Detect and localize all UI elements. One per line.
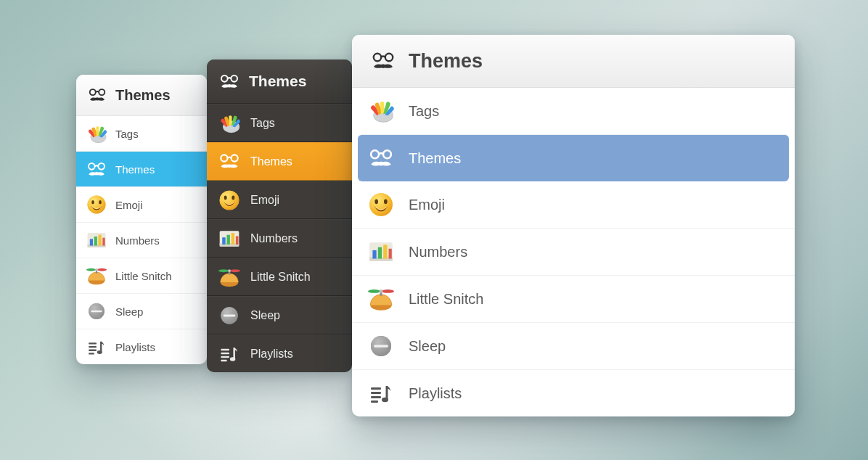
- list-item-emoji[interactable]: Emoji: [352, 181, 795, 228]
- chevron-right-icon: [773, 152, 782, 165]
- emoji-icon: [217, 188, 242, 213]
- littlesnitch-icon: [367, 284, 396, 313]
- list-item-numbers[interactable]: Numbers: [207, 219, 352, 258]
- item-label: Tags: [409, 103, 439, 120]
- list-item-numbers[interactable]: Numbers: [352, 228, 795, 275]
- item-label: Playlists: [250, 348, 293, 361]
- panel-title: Themes: [115, 87, 171, 104]
- item-label: Sleep: [409, 338, 446, 355]
- list-item-themes[interactable]: Themes: [207, 142, 352, 181]
- themes-icon: [86, 84, 108, 106]
- item-label: Tags: [115, 128, 139, 140]
- list-item-sleep[interactable]: Sleep: [207, 296, 352, 334]
- littlesnitch-icon: [217, 265, 242, 289]
- themes-panel-dark: Themes Tags Themes Emoji Numbers Little …: [207, 59, 352, 372]
- panel-title: Themes: [249, 73, 306, 90]
- item-label: Themes: [409, 150, 461, 167]
- sleep-icon: [85, 300, 108, 323]
- item-label: Sleep: [115, 305, 143, 318]
- emoji-icon: [85, 193, 108, 216]
- item-label: Little Snitch: [409, 291, 483, 308]
- chevron-right-icon: [773, 340, 782, 353]
- list-item-emoji[interactable]: Emoji: [207, 181, 352, 219]
- item-label: Sleep: [250, 309, 280, 322]
- chevron-right-icon: [773, 292, 782, 305]
- item-label: Playlists: [409, 385, 462, 402]
- list-item-littlesnitch[interactable]: Little Snitch: [207, 258, 352, 296]
- themes-icon: [217, 149, 242, 174]
- themes-panel-light-small: Themes Tags Themes Emoji Numbers Little …: [76, 75, 207, 364]
- panel-header: Themes: [352, 35, 795, 88]
- list-item-playlists[interactable]: Playlists: [352, 369, 795, 416]
- tags-icon: [217, 111, 242, 136]
- playlists-icon: [367, 379, 396, 408]
- list-item-sleep[interactable]: Sleep: [76, 294, 207, 329]
- item-label: Numbers: [250, 232, 298, 245]
- themes-icon: [369, 47, 397, 75]
- item-label: Themes: [250, 155, 292, 168]
- panel-title: Themes: [409, 50, 483, 73]
- themes-panel-light-large: Themes Tags Themes Emoji Numbers Little …: [352, 35, 795, 416]
- panel-header: Themes: [207, 59, 352, 104]
- numbers-icon: [217, 226, 242, 251]
- item-label: Playlists: [115, 341, 155, 353]
- item-label: Little Snitch: [115, 270, 172, 282]
- sleep-icon: [217, 303, 242, 328]
- chevron-right-icon: [773, 198, 782, 211]
- item-label: Numbers: [115, 234, 160, 247]
- numbers-icon: [85, 229, 108, 252]
- list-item-tags[interactable]: Tags: [352, 88, 795, 134]
- tags-icon: [367, 96, 396, 126]
- sleep-icon: [367, 332, 396, 361]
- list-item-tags[interactable]: Tags: [207, 104, 352, 142]
- emoji-icon: [367, 190, 396, 219]
- list-item-tags[interactable]: Tags: [76, 116, 207, 152]
- list-item-playlists[interactable]: Playlists: [76, 329, 207, 364]
- themes-icon: [85, 157, 108, 181]
- item-label: Emoji: [250, 194, 279, 207]
- list-item-themes[interactable]: Themes: [76, 152, 207, 187]
- playlists-icon: [85, 335, 108, 358]
- item-label: Little Snitch: [250, 271, 311, 284]
- list-item-themes[interactable]: Themes: [358, 134, 789, 181]
- tags-icon: [85, 122, 108, 145]
- item-label: Emoji: [115, 199, 143, 211]
- list-item-littlesnitch[interactable]: Little Snitch: [76, 258, 207, 294]
- playlists-icon: [217, 342, 242, 366]
- list-item-playlists[interactable]: Playlists: [207, 334, 352, 372]
- chevron-right-icon: [773, 245, 782, 258]
- list-item-numbers[interactable]: Numbers: [76, 223, 207, 258]
- littlesnitch-icon: [85, 264, 108, 287]
- item-label: Themes: [115, 163, 155, 176]
- themes-icon: [218, 70, 240, 92]
- list-item-emoji[interactable]: Emoji: [76, 187, 207, 223]
- panel-header: Themes: [76, 75, 207, 116]
- item-label: Numbers: [409, 244, 467, 260]
- numbers-icon: [367, 237, 396, 266]
- chevron-right-icon: [773, 104, 782, 118]
- list-item-littlesnitch[interactable]: Little Snitch: [352, 275, 795, 322]
- list-item-sleep[interactable]: Sleep: [352, 322, 795, 369]
- chevron-right-icon: [773, 387, 782, 400]
- item-label: Tags: [250, 117, 275, 130]
- item-label: Emoji: [409, 197, 445, 213]
- themes-icon: [367, 144, 396, 173]
